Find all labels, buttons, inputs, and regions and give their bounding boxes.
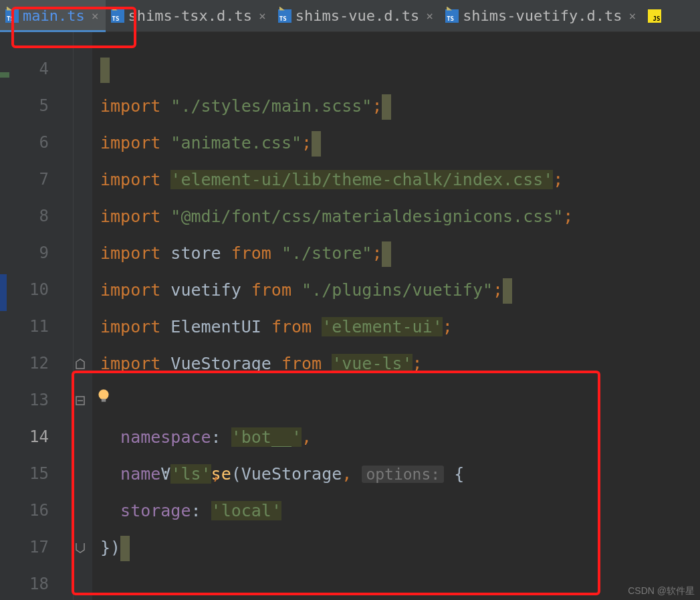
code-line: }): [100, 529, 700, 566]
tab-label: shims-tsx.d.ts: [128, 7, 252, 24]
fold-minus-icon[interactable]: [75, 395, 86, 406]
line-number: 5: [0, 88, 73, 124]
js-icon: [648, 9, 661, 23]
svg-rect-3: [102, 399, 106, 401]
code-line: storage: 'local': [100, 492, 700, 529]
watermark: CSDN @软件星: [628, 585, 695, 597]
tab-label: shims-vuetify.d.ts: [463, 7, 622, 24]
line-number: 13: [0, 382, 73, 419]
code-line: import vuetify from "./plugins/vuetify";: [100, 272, 700, 308]
code-line: namespace: 'bot__',: [100, 419, 700, 456]
svg-point-2: [98, 389, 108, 399]
line-number: 10: [0, 272, 73, 308]
tab-shims-vue[interactable]: shims-vue.d.ts ×: [273, 0, 440, 31]
line-number: 9: [0, 235, 73, 272]
code-line: import "./styles/main.scss";: [100, 88, 700, 124]
tab-shims-tsx[interactable]: shims-tsx.d.ts ×: [106, 0, 273, 31]
ts-icon: [5, 9, 19, 23]
close-icon[interactable]: ×: [92, 9, 99, 23]
close-icon[interactable]: ×: [426, 9, 433, 23]
close-icon[interactable]: ×: [629, 9, 636, 23]
line-number: 6: [0, 124, 73, 161]
line-number: 8: [0, 198, 73, 235]
fold-margin: [74, 32, 92, 600]
line-number: 7: [0, 161, 73, 198]
close-icon[interactable]: ×: [259, 9, 266, 23]
line-number: 14: [0, 419, 73, 456]
line-number: 18: [0, 566, 73, 600]
tab-label: shims-vue.d.ts: [296, 7, 419, 24]
code-line: [100, 566, 700, 600]
code-line: import VueStorage from 'vue-ls';: [100, 345, 700, 382]
code-area[interactable]: import "./styles/main.scss"; import "ani…: [92, 32, 700, 600]
code-line: import "animate.css";: [100, 124, 700, 161]
ts-icon: [111, 9, 124, 23]
code-line: [100, 51, 700, 88]
tab-main-ts[interactable]: main.ts ×: [0, 0, 106, 31]
tab-bar: main.ts × shims-tsx.d.ts × shims-vue.d.t…: [0, 0, 700, 32]
editor[interactable]: 4 5 6 7 8 9 10 11 12 13 14 15 16 17 18 i…: [0, 32, 700, 600]
gutter: 4 5 6 7 8 9 10 11 12 13 14 15 16 17 18: [0, 32, 74, 600]
tab-shims-vuetify[interactable]: shims-vuetify.d.ts ×: [440, 0, 643, 31]
code-line: Vue.use(VueStorage, options: {: [100, 382, 700, 419]
line-number: 15: [0, 456, 73, 492]
code-line: import 'element-ui/lib/theme-chalk/index…: [100, 161, 700, 198]
bulb-icon[interactable]: [95, 387, 112, 405]
code-line: import store from "./store";: [100, 235, 700, 272]
line-number: 12: [0, 345, 73, 382]
line-number: 17: [0, 529, 73, 566]
line-number: 16: [0, 492, 73, 529]
tab-js[interactable]: [643, 0, 661, 31]
fold-open-icon[interactable]: [75, 359, 86, 369]
code-line: import "@mdi/font/css/materialdesignicon…: [100, 198, 700, 235]
line-number: 11: [0, 308, 73, 345]
fold-close-icon[interactable]: [75, 542, 86, 553]
line-number: 4: [0, 51, 73, 88]
ts-icon: [445, 9, 459, 23]
tab-label: main.ts: [23, 7, 85, 24]
ts-icon: [278, 9, 291, 23]
code-line: name:'ls',: [100, 456, 700, 492]
code-line: import ElementUI from 'element-ui';: [100, 308, 700, 345]
